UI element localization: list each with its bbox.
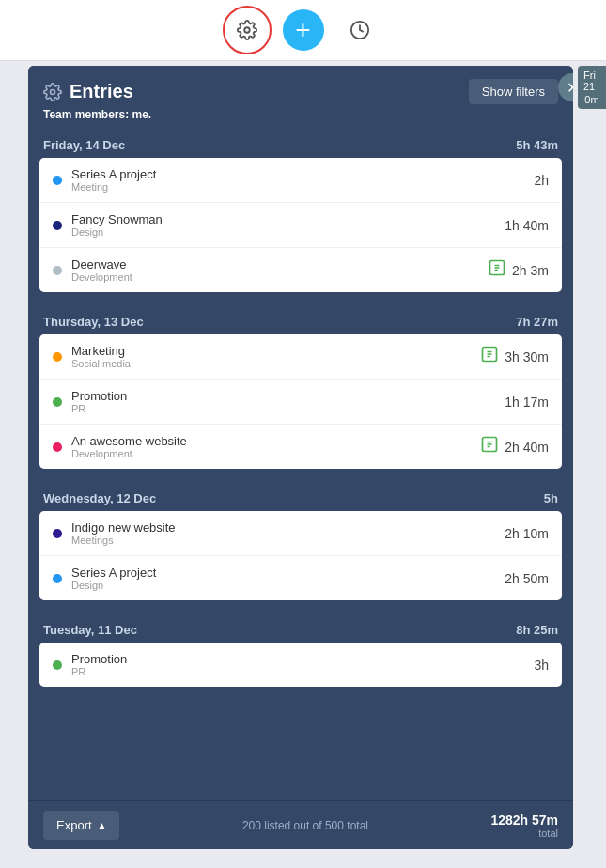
subtitle-prefix: Team members: <box>43 108 132 121</box>
panel-content[interactable]: Friday, 14 Dec5h 43mSeries A projectMeet… <box>28 129 573 800</box>
svg-point-2 <box>51 89 55 94</box>
entries-card: MarketingSocial media3h 30mPromotionPR1h… <box>39 334 562 469</box>
day-total: 5h 43m <box>516 138 558 152</box>
entry-row[interactable]: An awesome websiteDevelopment2h 40m <box>39 425 562 469</box>
day-date: Friday, 14 Dec <box>43 138 125 152</box>
entry-info: Series A projectDesign <box>71 566 495 591</box>
entry-row[interactable]: Indigo new websiteMeetings2h 10m <box>39 511 562 556</box>
timer-icon[interactable] <box>488 258 506 282</box>
settings-button[interactable] <box>226 9 268 51</box>
entry-info: Fancy SnowmanDesign <box>71 212 495 238</box>
entry-dot <box>53 352 62 362</box>
entry-row[interactable]: Series A projectMeeting2h <box>39 158 562 203</box>
day-date: Wednesday, 12 Dec <box>43 491 156 505</box>
entry-time: 2h 10m <box>505 526 549 541</box>
close-button[interactable]: ✕ <box>558 73 573 101</box>
entry-dot <box>53 660 62 670</box>
entry-row[interactable]: MarketingSocial media3h 30m <box>39 334 562 380</box>
entry-info: DeerwaveDevelopment <box>71 257 478 283</box>
entry-info: Series A projectMeeting <box>71 167 524 193</box>
day-date: Tuesday, 11 Dec <box>43 623 137 637</box>
entry-time: 2h 3m <box>512 263 549 278</box>
entry-time: 3h <box>534 658 549 673</box>
day-header: Friday, 14 Dec5h 43m <box>39 129 562 158</box>
day-total: 5h <box>544 491 558 505</box>
entry-sub: PR <box>71 403 495 414</box>
entry-time: 2h <box>534 173 549 188</box>
entries-panel: Entries Show filters Team members: me. ✕… <box>28 66 573 849</box>
entry-row[interactable]: Series A projectDesign2h 50m <box>39 556 562 600</box>
entry-row[interactable]: DeerwaveDevelopment2h 3m <box>39 248 562 292</box>
subtitle-user: me. <box>132 108 151 121</box>
entry-actions: 2h 3m <box>488 258 549 282</box>
entry-name: Fancy Snowman <box>71 212 495 226</box>
panel-header: Entries Show filters Team members: me. ✕ <box>28 66 573 129</box>
entry-sub: Development <box>71 271 478 283</box>
entry-dot <box>53 176 62 185</box>
entry-name: Series A project <box>71 566 495 580</box>
entry-info: PromotionPR <box>71 652 524 677</box>
footer-total-time: 1282h 57m <box>490 813 558 828</box>
entry-actions: 1h 40m <box>505 218 549 233</box>
add-button[interactable]: + <box>283 9 324 51</box>
sidebar-date: Fri 21 <box>583 70 600 92</box>
entry-time: 1h 40m <box>505 218 549 233</box>
day-header: Thursday, 13 Dec7h 27m <box>39 305 562 334</box>
svg-point-0 <box>244 27 250 33</box>
entry-sub: Development <box>71 448 471 459</box>
panel-subtitle: Team members: me. <box>43 108 558 121</box>
entry-name: Marketing <box>71 344 471 358</box>
entry-info: PromotionPR <box>71 389 495 414</box>
entries-icon <box>43 83 62 101</box>
sidebar-sub: 0m <box>584 94 598 105</box>
entry-actions: 3h <box>534 658 549 673</box>
entry-name: Indigo new website <box>71 520 495 535</box>
entry-actions: 2h 50m <box>505 571 549 586</box>
entry-info: An awesome websiteDevelopment <box>71 434 471 459</box>
entries-card: Series A projectMeeting2hFancy SnowmanDe… <box>39 158 562 292</box>
panel-title-text: Entries <box>70 81 133 102</box>
entry-dot <box>53 266 62 275</box>
entry-actions: 3h 30m <box>480 345 549 368</box>
entry-name: Deerwave <box>71 257 478 271</box>
show-filters-button[interactable]: Show filters <box>469 79 558 104</box>
export-label: Export <box>56 818 92 832</box>
entry-info: Indigo new websiteMeetings <box>71 520 495 546</box>
day-section: Thursday, 13 Dec7h 27mMarketingSocial me… <box>39 305 562 469</box>
day-header: Wednesday, 12 Dec5h <box>39 482 562 511</box>
entry-actions: 2h 40m <box>480 435 549 458</box>
entry-row[interactable]: PromotionPR3h <box>39 643 562 687</box>
entry-sub: Meeting <box>71 181 524 193</box>
entry-sub: Social media <box>71 358 471 369</box>
entry-name: Series A project <box>71 167 524 181</box>
entry-dot <box>53 574 62 583</box>
entry-actions: 2h <box>534 173 549 188</box>
timer-icon[interactable] <box>480 435 499 458</box>
footer-total: 1282h 57m total <box>490 813 558 839</box>
history-button[interactable] <box>339 9 381 51</box>
footer-total-label: total <box>490 828 558 839</box>
entry-info: MarketingSocial media <box>71 344 471 369</box>
entry-actions: 1h 17m <box>505 395 549 410</box>
entry-time: 1h 17m <box>505 395 549 410</box>
footer-count: 200 listed out of 500 total <box>242 819 368 832</box>
entry-time: 2h 40m <box>505 440 549 455</box>
day-section: Friday, 14 Dec5h 43mSeries A projectMeet… <box>39 129 562 292</box>
export-button[interactable]: Export ▲ <box>43 811 119 840</box>
panel-title: Entries <box>43 81 133 102</box>
entry-row[interactable]: Fancy SnowmanDesign1h 40m <box>39 203 562 248</box>
entry-row[interactable]: PromotionPR1h 17m <box>39 380 562 425</box>
day-header: Tuesday, 11 Dec8h 25m <box>39 613 562 643</box>
timer-icon[interactable] <box>480 345 499 368</box>
day-total: 8h 25m <box>516 623 558 637</box>
entry-sub: Meetings <box>71 535 495 546</box>
entries-card: Indigo new websiteMeetings2h 10mSeries A… <box>39 511 562 600</box>
entry-time: 2h 50m <box>505 571 549 586</box>
entry-sub: Design <box>71 226 495 238</box>
day-section: Wednesday, 12 Dec5hIndigo new websiteMee… <box>39 482 562 600</box>
day-date: Thursday, 13 Dec <box>43 315 144 329</box>
entry-dot <box>53 221 62 230</box>
add-icon: + <box>295 17 310 43</box>
entry-name: An awesome website <box>71 434 471 448</box>
entry-dot <box>53 442 62 452</box>
